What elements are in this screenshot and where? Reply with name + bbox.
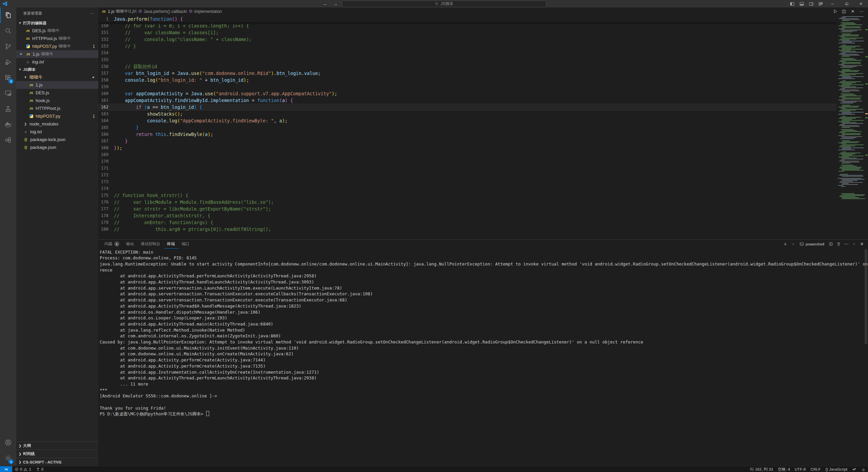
minimize-button[interactable]: ─ [825, 0, 840, 7]
open-editor-item[interactable]: httpPOST.py嘟嘟牛1 [16, 42, 98, 50]
minimap[interactable] [836, 16, 865, 239]
problems-status[interactable]: 0 1 [12, 466, 34, 472]
toggle-secondary-sidebar-icon[interactable] [806, 0, 816, 7]
terminal-line: Caused by: java.lang.NullPointerExceptio… [100, 339, 868, 345]
language-mode[interactable]: {} JavaScript [823, 466, 850, 472]
overview-ruler[interactable] [865, 16, 868, 239]
activity-bar-item-settings[interactable]: 1 [0, 450, 16, 466]
minimap-line [841, 51, 856, 52]
close-icon[interactable]: ✕ [18, 52, 24, 56]
maximize-panel-icon[interactable] [851, 241, 857, 248]
maximize-button[interactable] [840, 0, 854, 7]
activity-bar-item-docker[interactable] [0, 117, 16, 132]
close-window-button[interactable]: ✕ [854, 0, 868, 7]
notifications-bell-icon[interactable] [859, 466, 868, 472]
minimap-line [842, 31, 857, 31]
open-editor-item[interactable]: JSHTTPPost.js嘟嘟牛 [16, 35, 98, 42]
panel-tab-端口[interactable]: 端口 [178, 240, 193, 249]
breadcrumb[interactable]: JS 1.js 嘟嘟牛\1.js\ Java.perform() callbac… [98, 7, 868, 16]
kill-terminal-icon[interactable] [835, 241, 842, 248]
tree-file[interactable]: JSDES.js [16, 89, 98, 97]
breadcrumb-symbol-1[interactable]: Java.perform() callback\ [144, 9, 187, 14]
toggle-primary-sidebar-icon[interactable] [787, 0, 797, 7]
eol-sequence[interactable]: CRLF [808, 466, 823, 472]
minimap-line [841, 136, 863, 137]
activity-bar-item-run-and-debug[interactable] [0, 54, 16, 70]
panel-more-actions-icon[interactable]: ⋯ [843, 241, 850, 248]
customize-layout-icon[interactable] [816, 0, 825, 7]
terminal-prompt[interactable]: PS D:\新桌面\MC小杨的python学习文件夹\JS脚本> [100, 411, 868, 417]
tree-file[interactable]: JSHTTPPost.js [16, 104, 98, 112]
breadcrumb-symbol-2[interactable]: implementation [194, 9, 222, 14]
split-editor-icon[interactable] [840, 8, 848, 15]
minimap-line [836, 139, 865, 140]
activity-bar-item-remote-explorer[interactable] [0, 85, 16, 101]
toggle-panel-icon[interactable] [797, 0, 806, 7]
code-line: 154 [98, 50, 836, 56]
sidebar-section-CS-SCRIPT - ACTIVE[interactable]: ❯CS-SCRIPT - ACTIVE [16, 458, 98, 466]
panel-tab-badge: 1 [114, 241, 119, 247]
panel-tab-输出[interactable]: 输出 [123, 240, 137, 249]
remote-indicator[interactable]: >< [0, 466, 12, 472]
sidebar-section-大纲[interactable]: ❯大纲 [16, 441, 98, 450]
run-file-icon[interactable] [831, 8, 839, 15]
terminal-tab-powershell[interactable]: powershell [797, 242, 826, 246]
sticky-scroll-line[interactable]: 1Java.perform(function() { [98, 16, 836, 22]
tree-file[interactable]: JShook.js [16, 97, 98, 104]
ports-status[interactable]: 0 [34, 466, 46, 472]
tree-file[interactable]: {}package.json [16, 143, 98, 151]
close-editor-icon[interactable]: ✕ [849, 8, 856, 15]
tree-file[interactable]: ≡log.txt [16, 128, 98, 136]
open-editor-item[interactable]: ✕JS1.js嘟嘟牛 [16, 50, 98, 58]
terminal-launch-dropdown-icon[interactable] [790, 241, 796, 248]
split-terminal-icon[interactable] [827, 241, 834, 248]
tree-folder[interactable]: ▼嘟嘟牛● [16, 73, 98, 81]
open-editor-item[interactable]: JSDES.js嘟嘟牛 [16, 27, 98, 35]
activity-bar-item-cs-script[interactable] [0, 132, 16, 148]
explorer-more-actions-icon[interactable]: ⋯ [91, 11, 94, 16]
terminal-output[interactable]: FATAL EXCEPTION: mainProcess: com.dodone… [98, 249, 868, 466]
activity-bar-item-testing[interactable] [0, 101, 16, 117]
cursor-position[interactable]: 行 162, 列 33 [748, 466, 775, 472]
code-line: 164 console.log("AppCompatActivity.findV… [98, 117, 836, 124]
minimap-line [836, 44, 865, 44]
tree-folder[interactable]: ❯node_modules [16, 120, 98, 128]
activity-bar-item-extensions[interactable]: 2 [0, 70, 16, 85]
breadcrumb-path[interactable]: 嘟嘟牛\1.js\ [116, 8, 136, 14]
extension-status-icon[interactable] [850, 466, 859, 472]
minimap-line [839, 82, 856, 83]
activity-bar-item-search[interactable] [0, 23, 16, 39]
activity-bar-item-explorer[interactable] [0, 7, 16, 23]
code-line: 177// var strstr = libcModule.getExportB… [98, 205, 836, 212]
minimap-line [839, 168, 861, 169]
close-panel-icon[interactable]: ✕ [859, 241, 865, 248]
new-terminal-icon[interactable] [782, 241, 789, 248]
minimap-line [840, 131, 862, 132]
open-editors-header[interactable]: ▼ 打开的编辑器 [16, 19, 98, 27]
account-icon [4, 439, 12, 446]
nav-back-icon[interactable]: ← [322, 1, 329, 6]
minimap-line [842, 130, 857, 131]
code-editor[interactable]: 1Java.perform(function() { 150 // for (v… [98, 16, 836, 239]
command-center-search[interactable]: JS脚本 [342, 1, 546, 7]
tree-file[interactable]: JS1.js [16, 81, 98, 89]
sidebar-section-时间线[interactable]: ❯时间线 [16, 450, 98, 458]
tree-file[interactable]: httpPOST.py1 [16, 112, 98, 120]
line-number: 156 [98, 63, 114, 70]
panel-tab-问题[interactable]: 问题1 [101, 240, 123, 249]
open-editor-item[interactable]: ≡log.txt [16, 58, 98, 66]
tree-file[interactable]: {}package-lock.json [16, 136, 98, 143]
activity-bar-item-source-control[interactable] [0, 39, 16, 54]
nav-forward-icon[interactable]: → [332, 1, 339, 6]
minimap-line [842, 19, 860, 20]
minimap-line [841, 72, 845, 73]
editor-more-actions-icon[interactable]: ⋯ [858, 8, 865, 15]
panel-tab-调试控制台[interactable]: 调试控制台 [137, 240, 164, 249]
panel-tab-终端[interactable]: 终端 [164, 240, 178, 249]
minimap-line [840, 67, 853, 68]
indentation[interactable]: 空格: 4 [775, 466, 792, 472]
root-folder-header[interactable]: ▼ JS脚本 [16, 66, 98, 73]
activity-bar-item-account[interactable] [0, 435, 16, 450]
panel-scrollbar[interactable] [865, 249, 867, 344]
encoding[interactable]: UTF-8 [792, 466, 808, 472]
